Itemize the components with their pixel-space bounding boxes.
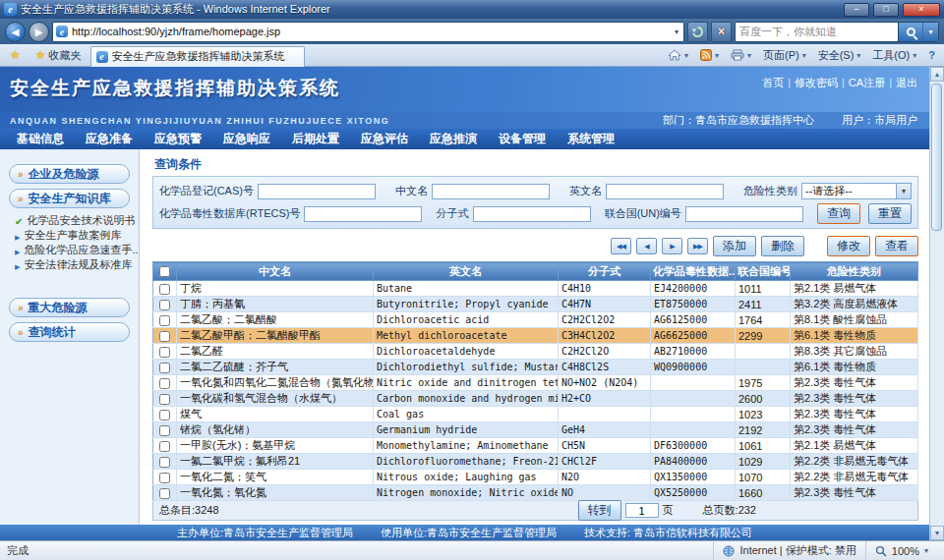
- row-checkbox[interactable]: [159, 410, 170, 420]
- reset-button[interactable]: 重置: [868, 203, 912, 224]
- top-link-password[interactable]: 修改密码: [784, 76, 838, 90]
- maximize-button[interactable]: □: [873, 3, 899, 17]
- cell-un-number: 1011: [736, 281, 791, 297]
- nav-item[interactable]: 应急响应: [212, 131, 281, 147]
- stop-button[interactable]: ×: [711, 22, 732, 42]
- table-row[interactable]: 一氧化碳和氢气混合物（水煤气） Carbon monoxide and hydr…: [153, 391, 918, 407]
- table-row[interactable]: 二氯乙酸；二氯醋酸 Dichloroacetic acid C2H2Cl2O2 …: [153, 312, 918, 328]
- row-checkbox[interactable]: [159, 394, 170, 405]
- table-row[interactable]: 一氧化氮；氧化氮 Nitrogen monoxide; Nitric oxide…: [153, 485, 918, 501]
- search-button[interactable]: [898, 23, 922, 41]
- top-link-ca[interactable]: CA注册: [838, 76, 885, 90]
- row-checkbox[interactable]: [159, 457, 170, 468]
- cell-formula: C4H10: [559, 281, 651, 297]
- close-button[interactable]: ×: [903, 3, 940, 17]
- nav-item[interactable]: 应急评估: [350, 131, 419, 147]
- forward-button[interactable]: ▶: [29, 22, 49, 42]
- nav-item[interactable]: 应急准备: [75, 131, 144, 147]
- menu-page[interactable]: 页面(P)▾: [758, 46, 811, 65]
- vertical-scrollbar[interactable]: ▲ ▼: [929, 67, 944, 540]
- nav-item[interactable]: 基础信息: [6, 131, 75, 147]
- print-button[interactable]: ▾: [726, 47, 756, 63]
- goto-page-input[interactable]: [625, 503, 659, 518]
- sidebar-item[interactable]: 危险化学品应急速查手...: [15, 243, 139, 257]
- pager-first-button[interactable]: ◀◀: [611, 238, 631, 254]
- address-history-dropdown-icon[interactable]: ▾: [673, 28, 680, 36]
- query-field-input[interactable]: [304, 206, 422, 222]
- table-row[interactable]: 锗烷（氢化锗） Germanium hydride GeH4 2192 第2.3…: [153, 422, 918, 438]
- query-button[interactable]: 查询: [817, 203, 860, 224]
- sidebar-group-knowledge[interactable]: » 安全生产知识库: [9, 189, 130, 208]
- table-row[interactable]: 一氧化二氮；笑气 Nitrous oxide; Laughing gas N2O…: [153, 470, 918, 485]
- table-row[interactable]: 煤气 Coal gas 1023 第2.3类 毒性气体: [153, 407, 918, 422]
- nav-item[interactable]: 后期处置: [281, 131, 350, 147]
- table-row[interactable]: 丁腈；丙基氰 Butyronitrile; Propyl cyanide C4H…: [153, 297, 918, 312]
- query-field-input[interactable]: [685, 206, 803, 222]
- search-dropdown-button[interactable]: ▾: [922, 23, 938, 41]
- menu-tools[interactable]: 工具(O)▾: [867, 46, 921, 65]
- menu-safety[interactable]: 安全(S)▾: [813, 46, 866, 65]
- hazard-class-select[interactable]: --请选择-- ▾: [801, 183, 912, 199]
- zoom-segment[interactable]: 100% ▾: [865, 541, 937, 560]
- nav-item[interactable]: 应急预警: [144, 131, 212, 147]
- minimize-button[interactable]: –: [844, 3, 869, 17]
- query-field-input[interactable]: [258, 184, 376, 199]
- favorites-button[interactable]: ★ 收藏夹: [30, 46, 88, 65]
- feeds-button[interactable]: ▾: [695, 47, 724, 63]
- row-checkbox[interactable]: [159, 315, 170, 326]
- scroll-up-button[interactable]: ▲: [930, 67, 944, 82]
- view-button[interactable]: 查看: [875, 236, 918, 256]
- top-link-home[interactable]: 首页: [762, 76, 784, 90]
- row-checkbox[interactable]: [159, 473, 170, 483]
- scrollbar-thumb[interactable]: [931, 84, 942, 231]
- help-button[interactable]: ?: [923, 47, 940, 63]
- row-checkbox[interactable]: [159, 284, 170, 295]
- query-field-input[interactable]: [606, 184, 724, 199]
- row-checkbox[interactable]: [159, 363, 170, 373]
- add-button[interactable]: 添加: [713, 236, 756, 256]
- pager-last-button[interactable]: ▶▶: [687, 238, 708, 254]
- query-field-input[interactable]: [432, 184, 550, 199]
- table-row[interactable]: 一甲胺(无水)；氨基甲烷 Monomethylamine; Aminometha…: [153, 438, 918, 454]
- table-row[interactable]: 二氯二乙硫醚；芥子气 Dichlorodiethyl sulfide; Must…: [153, 360, 918, 375]
- top-link-logout[interactable]: 退出: [885, 76, 917, 90]
- row-checkbox[interactable]: [159, 331, 170, 342]
- table-row[interactable]: 丁烷 Butane C4H10 EJ4200000 1011 第2.1类 易燃气…: [153, 281, 918, 297]
- favorites-star-button[interactable]: ★: [4, 46, 27, 65]
- select-all-checkbox[interactable]: [159, 266, 170, 277]
- nav-item[interactable]: 设备管理: [488, 131, 557, 147]
- edit-button[interactable]: 修改: [827, 236, 870, 256]
- address-bar[interactable]: e http://localhost:90/yjzh/frame/homepag…: [52, 22, 684, 42]
- scroll-down-button[interactable]: ▼: [930, 526, 944, 540]
- row-checkbox[interactable]: [159, 300, 170, 310]
- sidebar-group-major-hazard[interactable]: » 重大危险源: [9, 298, 130, 317]
- row-checkbox[interactable]: [159, 425, 170, 436]
- refresh-button[interactable]: [687, 22, 708, 42]
- row-checkbox[interactable]: [159, 441, 170, 452]
- query-field-input[interactable]: [473, 206, 591, 222]
- address-url[interactable]: http://localhost:90/yjzh/frame/homepage.…: [72, 26, 669, 37]
- nav-item[interactable]: 应急推演: [419, 131, 488, 147]
- row-checkbox[interactable]: [159, 378, 170, 389]
- table-row[interactable]: 二氯乙酸甲酯；二氯醋酸甲酯 Methyl dichloroacetate C3H…: [153, 328, 918, 344]
- nav-item[interactable]: 系统管理: [557, 131, 625, 147]
- row-checkbox[interactable]: [159, 347, 170, 358]
- sidebar-item[interactable]: 安全生产事故案例库: [15, 228, 139, 243]
- home-button[interactable]: ▾: [663, 47, 693, 63]
- back-button[interactable]: ◀: [5, 22, 26, 42]
- row-checkbox[interactable]: [159, 488, 170, 499]
- table-row[interactable]: 一氧化氮和四氧化二氮混合物（氮氧化物，硝气，氧化氮气体） Nitric oxid…: [153, 375, 918, 391]
- sidebar-item[interactable]: 安全法律法规及标准库: [15, 257, 139, 272]
- goto-button[interactable]: 转到: [578, 500, 621, 521]
- pager-next-button[interactable]: ▶: [662, 238, 682, 254]
- delete-button[interactable]: 删除: [761, 236, 804, 256]
- table-row[interactable]: 一氟二氯甲烷；氟利昂21 Dichlorofluoromethane; Freo…: [153, 454, 918, 470]
- sidebar-item[interactable]: 化学品安全技术说明书: [15, 213, 139, 228]
- sidebar-group-enterprise[interactable]: » 企业及危险源: [9, 164, 130, 184]
- pager-prev-button[interactable]: ◀: [636, 238, 657, 254]
- browser-tab[interactable]: e 安全生产应急救援指挥辅助决策系统: [90, 46, 305, 67]
- sidebar-group-statistics[interactable]: » 查询统计: [9, 322, 130, 342]
- search-input[interactable]: [736, 26, 898, 37]
- table-row[interactable]: 二氯乙醛 Dichloroacetaldehyde C2H2Cl2O AB271…: [153, 344, 918, 360]
- scrollbar-track[interactable]: [930, 82, 944, 526]
